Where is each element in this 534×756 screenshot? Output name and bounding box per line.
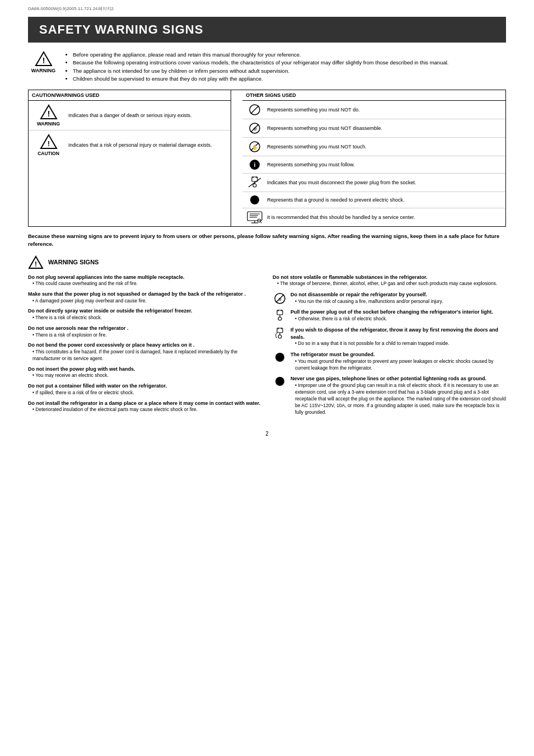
page: DA68-00500W(0.9)2005.11.721.24페이지2 SAFET…: [0, 0, 534, 756]
right-item-3-content: Pull the power plug out of the socket be…: [291, 309, 493, 322]
doc-id: DA68-00500W(0.9)2005.11.721.24페이지2: [28, 6, 114, 12]
ground-row: Represents that a ground is needed to pr…: [242, 192, 505, 208]
left-item-1-body: • This could cause overheating and the r…: [32, 281, 261, 287]
warning-label: WARNING: [31, 68, 56, 73]
must-follow-desc: Represents something you must follow.: [267, 161, 355, 169]
right-item-6-icon: [273, 375, 287, 386]
left-col: Do not plug several appliances into the …: [28, 274, 261, 420]
left-item-1-title: Do not plug several appliances into the …: [28, 274, 261, 281]
left-item-3: Do not directly spray water inside or ou…: [28, 307, 261, 321]
not-touch-icon: ✋: [247, 141, 263, 153]
right-item-1: Do not store volatile or flammable subst…: [273, 274, 506, 287]
right-item-4-body: • Do so in a way that it is not possible…: [295, 340, 506, 347]
left-item-8: Do not install the refrigerator in a dam…: [28, 400, 261, 413]
service-row: It is recommended that this should be ha…: [242, 208, 505, 226]
caution-sign-row: ! CAUTION Indicates that a risk of perso…: [29, 130, 231, 160]
ground-sign-icon: [250, 195, 260, 205]
warning-icon-large: ! WARNING: [28, 51, 59, 73]
right-ground-filled2-icon: [275, 376, 285, 386]
svg-line-21: [249, 178, 261, 187]
warning-signs-section: Do not plug several appliances into the …: [28, 274, 506, 420]
caution-sign-label: CAUTION: [38, 151, 59, 156]
warning-sign-label: WARNING: [37, 121, 60, 127]
not-touch-desc: Represents something you must NOT touch.: [267, 143, 366, 151]
right-dispose-icon: [273, 328, 287, 340]
warning-sign-icon: ! WARNING: [33, 104, 64, 127]
svg-text:!: !: [42, 56, 45, 65]
right-item-5-content: The refrigerator must be grounded. • You…: [291, 351, 506, 371]
right-item-1-body: • The storage of benzene, thinner, alcoh…: [277, 281, 497, 287]
not-disassemble-icon: ⚙: [247, 122, 263, 134]
left-item-1: Do not plug several appliances into the …: [28, 274, 261, 287]
svg-line-7: [251, 106, 259, 114]
caution-sign-icon: ! CAUTION: [33, 134, 64, 156]
right-item-4-title: If you wish to dispose of the refrigerat…: [291, 326, 506, 340]
other-signs-header: OTHER SIGNS USED: [242, 90, 505, 101]
svg-point-22: [250, 195, 259, 204]
not-touch-row: ✋ Represents something you must NOT touc…: [242, 138, 505, 156]
svg-line-30: [260, 222, 262, 223]
right-item-3: Pull the power plug out of the socket be…: [273, 309, 506, 322]
not-do-icon: [247, 104, 263, 116]
right-item-2-body: • You run the risk of causing a fire, ma…: [295, 298, 443, 305]
right-item-6-content: Never use gas pipes, telephone lines or …: [291, 375, 506, 416]
intro-bullet-4: Children should be supervised to ensure …: [73, 75, 448, 83]
no-disassemble-sign-icon: ⚙: [249, 122, 261, 134]
because-text: Because these warning signs are to preve…: [28, 232, 506, 249]
right-item-5-icon: [273, 351, 287, 362]
no-circle-icon: [249, 104, 261, 116]
warning-sign-row: ! WARNING Indicates that a danger of dea…: [29, 101, 231, 130]
left-item-6-body: • You may receive an electric shock.: [32, 372, 261, 379]
not-do-desc: Represents something you must NOT do.: [267, 106, 359, 114]
intro-bullet-3: The appliance is not intended for use by…: [73, 67, 448, 75]
right-item-2: ⚙ Do not disassemble or repair the refri…: [273, 291, 506, 305]
right-item-6: Never use gas pipes, telephone lines or …: [273, 375, 506, 416]
service-icon: [247, 211, 263, 223]
left-item-3-body: • There is a risk of electric shock.: [32, 315, 261, 321]
svg-text:!: !: [35, 260, 37, 268]
caution-triangle-sign-icon: !: [40, 134, 58, 150]
left-item-2: Make sure that the power plug is not squ…: [28, 291, 261, 304]
right-item-4: If you wish to dispose of the refrigerat…: [273, 326, 506, 347]
left-item-5-body: • This constitutes a fire hazard. If the…: [32, 349, 261, 362]
left-item-5-title: Do not bend the power cord excessively o…: [28, 342, 261, 349]
page-title: SAFETY WARNING SIGNS: [28, 17, 506, 43]
svg-text:!: !: [47, 109, 50, 118]
right-item-5-title: The refrigerator must be grounded.: [291, 351, 506, 358]
left-item-8-body: • Deteriorated insulation of the electri…: [32, 407, 261, 413]
svg-text:✋: ✋: [252, 144, 259, 151]
intro-bullet-2: Because the following operating instruct…: [73, 59, 448, 67]
left-item-2-title: Make sure that the power plug is not squ…: [28, 291, 261, 298]
left-item-6: Do not insert the power plug with wet ha…: [28, 366, 261, 379]
caution-warnings: CAUTION/WARNINGS USED ! WARNING Indicate…: [29, 90, 231, 226]
warning-sign-desc: Indicates that a danger of death or seri…: [68, 112, 192, 119]
right-item-3-body: • Otherwise, there is a risk of electric…: [295, 316, 493, 323]
intro-bullet-1: Before operating the appliance, please r…: [73, 51, 448, 59]
follow-sign-icon: i: [249, 159, 260, 170]
warning-triangle-icon: !: [35, 51, 53, 67]
left-item-4: Do not use aerosols near the refrigerato…: [28, 325, 261, 338]
left-item-3-title: Do not directly spray water inside or ou…: [28, 307, 261, 315]
disconnect-plug-desc: Indicates that you must disconnect the p…: [267, 179, 416, 186]
left-item-8-title: Do not install the refrigerator in a dam…: [28, 400, 261, 407]
page-number: 2: [28, 431, 506, 437]
ws-triangle-icon: !: [28, 255, 44, 269]
not-disassemble-row: ⚙ Represents something you must NOT disa…: [242, 119, 505, 138]
warning-triangle-sign-icon: !: [40, 104, 58, 120]
right-no-disassemble-icon: ⚙: [274, 292, 286, 305]
right-ground-filled-icon: [275, 352, 285, 362]
right-item-1-title: Do not store volatile or flammable subst…: [273, 274, 497, 281]
left-item-5: Do not bend the power cord excessively o…: [28, 342, 261, 362]
right-item-2-content: Do not disassemble or repair the refrige…: [291, 291, 443, 305]
right-unplug-icon: [273, 310, 287, 322]
right-item-3-icon: [273, 309, 287, 322]
ground-icon: [247, 195, 263, 205]
ws-title: WARNING SIGNS: [48, 259, 99, 265]
left-item-7: Do not put a container filled with water…: [28, 382, 261, 396]
intro-section: ! WARNING Before operating the appliance…: [28, 51, 506, 83]
right-item-6-title: Never use gas pipes, telephone lines or …: [291, 375, 506, 382]
other-signs: OTHER SIGNS USED Represents something yo…: [242, 90, 505, 226]
svg-text:⚙: ⚙: [278, 297, 282, 301]
intro-bullets: Before operating the appliance, please r…: [64, 51, 448, 83]
right-item-4-icon: [273, 326, 287, 340]
